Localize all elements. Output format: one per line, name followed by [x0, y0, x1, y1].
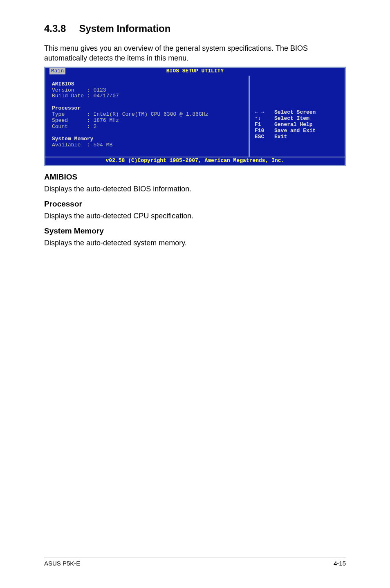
bios-copyright: v02.58 (C)Copyright 1985-2007, American … [45, 157, 345, 165]
heading-title: System Information [79, 23, 170, 34]
nav-f1-key: F1 [255, 122, 274, 128]
footer-left: ASUS P5K-E [44, 560, 80, 567]
bios-right-spacer [255, 81, 340, 110]
processor-type-label: Type [52, 111, 65, 117]
nav-select-item: Select Item [274, 116, 309, 122]
nav-esc-key: ESC [255, 134, 274, 140]
section-heading: 4.3.8System Information [44, 23, 346, 34]
nav-exit: Exit [274, 134, 287, 140]
bios-tab-main: Main [49, 68, 65, 74]
sub-heading-processor: Processor [44, 200, 346, 209]
processor-speed-label: Speed [52, 117, 68, 123]
arrows-ud-icon: ↑↓ [255, 116, 274, 122]
bios-body: AMIBIOS Version : 0123 Build Date : 04/1… [45, 76, 345, 157]
bios-amibios-block: AMIBIOS Version : 0123 Build Date : 04/1… [52, 81, 242, 148]
nav-save-exit: Save and Exit [274, 128, 316, 134]
bios-title-row: BIOS SETUP UTILITY Main [45, 68, 345, 76]
page-footer: ASUS P5K-E 4-15 [44, 557, 346, 567]
bios-panel: BIOS SETUP UTILITY Main AMIBIOS Version … [44, 67, 346, 166]
amibios-build-value: 04/17/07 [93, 93, 119, 99]
amibios-version-value: 0123 [93, 87, 106, 93]
processor-type-value: Intel(R) Core(TM) CPU 6300 @ 1.86GHz [93, 111, 208, 117]
nav-select-screen: Select Screen [274, 110, 316, 116]
bios-right-pane: ← → Select Screen ↑↓ Select Item F1 Gene… [250, 76, 345, 157]
memory-label: System Memory [52, 136, 93, 142]
nav-row-f10: F10 Save and Exit [255, 128, 340, 134]
intro-paragraph: This menu gives you an overview of the g… [44, 43, 346, 63]
nav-f10-key: F10 [255, 128, 274, 134]
sub-paragraph-processor: Displays the auto-detected CPU specifica… [44, 211, 346, 221]
sub-paragraph-amibios: Displays the auto-detected BIOS informat… [44, 184, 346, 194]
sub-heading-memory: System Memory [44, 227, 346, 236]
nav-row-f1: F1 General Help [255, 122, 340, 128]
processor-count-value: 2 [93, 123, 96, 130]
arrows-lr-icon: ← → [255, 110, 274, 116]
nav-row-ud: ↑↓ Select Item [255, 116, 340, 122]
nav-row-esc: ESC Exit [255, 134, 340, 140]
processor-count-label: Count [52, 123, 68, 130]
heading-number: 4.3.8 [44, 23, 66, 34]
memory-available-label: Available [52, 142, 81, 148]
footer-right: 4-15 [334, 560, 346, 567]
bios-nav-help: ← → Select Screen ↑↓ Select Item F1 Gene… [255, 110, 340, 140]
sub-paragraph-memory: Displays the auto-detected system memory… [44, 238, 346, 248]
bios-left-pane: AMIBIOS Version : 0123 Build Date : 04/1… [45, 76, 250, 157]
bios-title: BIOS SETUP UTILITY [45, 68, 345, 74]
amibios-build-label: Build Date [52, 93, 84, 99]
nav-general-help: General Help [274, 122, 313, 128]
memory-available-value: 504 MB [93, 142, 112, 148]
amibios-version-label: Version [52, 87, 74, 93]
nav-row-lr: ← → Select Screen [255, 110, 340, 116]
processor-label: Processor [52, 105, 81, 111]
processor-speed-value: 1876 MHz [93, 117, 119, 123]
amibios-label: AMIBIOS [52, 81, 74, 87]
sub-heading-amibios: AMIBIOS [44, 173, 346, 182]
